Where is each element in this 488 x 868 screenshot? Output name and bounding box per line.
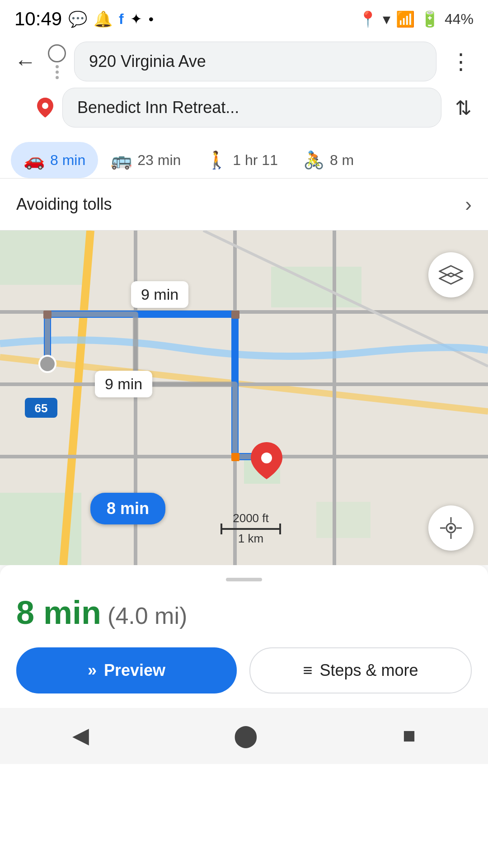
preview-icon: » xyxy=(88,661,97,680)
transport-tabs: 🚗 8 min 🚌 23 min 🚶 1 hr 11 🚴 8 m xyxy=(0,135,488,179)
battery-icon: 🔋 xyxy=(420,10,439,28)
back-button[interactable]: ← xyxy=(11,47,40,76)
drag-handle xyxy=(226,578,262,581)
destination-input[interactable] xyxy=(62,88,441,127)
chat-icon: 💬 xyxy=(68,10,87,28)
transit-label: 23 min xyxy=(137,152,181,169)
drive-icon: 🚗 xyxy=(23,150,45,170)
walk-icon: 🚶 xyxy=(206,150,227,170)
steps-label: Steps & more xyxy=(319,661,418,680)
map-view[interactable]: 65 2000 ft 1 km 9 min 9 min xyxy=(0,231,488,565)
duration-minutes: 8 min xyxy=(16,594,101,631)
chevron-right-icon: › xyxy=(465,193,472,216)
search-area: ← ⋮ ⇅ xyxy=(0,34,488,135)
transit-icon: 🚌 xyxy=(111,150,132,170)
tab-transit[interactable]: 🚌 23 min xyxy=(98,142,193,178)
svg-rect-2 xyxy=(0,231,90,285)
swap-directions-button[interactable]: ⇅ xyxy=(450,94,477,121)
drive-label: 8 min xyxy=(50,152,85,169)
origin-dot-icon xyxy=(48,44,66,62)
bike-label: 8 m xyxy=(330,152,354,169)
nav-home-button[interactable]: ⬤ xyxy=(219,719,272,751)
tab-drive[interactable]: 🚗 8 min xyxy=(11,142,98,178)
svg-text:1 km: 1 km xyxy=(238,532,263,545)
more-options-button[interactable]: ⋮ xyxy=(445,47,477,76)
route-label-selected[interactable]: 8 min xyxy=(90,493,165,524)
wifi-icon: ▾ xyxy=(383,10,390,28)
navigation-bar: ◀ ⬤ ■ xyxy=(0,708,488,764)
svg-text:2000 ft: 2000 ft xyxy=(233,511,269,525)
steps-more-button[interactable]: ≡ Steps & more xyxy=(249,647,472,693)
avoiding-tolls-label: Avoiding tolls xyxy=(16,195,112,214)
preview-button[interactable]: » Preview xyxy=(16,647,237,693)
star-icon: ✦ xyxy=(130,10,142,28)
status-time: 10:49 xyxy=(14,8,62,30)
svg-point-19 xyxy=(261,453,272,463)
nav-back-button[interactable]: ◀ xyxy=(58,719,103,751)
destination-pin-icon xyxy=(36,98,54,118)
tab-bike[interactable]: 🚴 8 m xyxy=(291,142,366,178)
origin-input[interactable] xyxy=(74,42,436,81)
svg-rect-22 xyxy=(231,453,239,461)
destination-row: ⇅ xyxy=(11,88,477,127)
walk-label: 1 hr 11 xyxy=(233,152,278,169)
map-layers-button[interactable] xyxy=(428,252,474,297)
svg-rect-21 xyxy=(231,311,239,319)
action-buttons: » Preview ≡ Steps & more xyxy=(16,647,472,693)
location-icon: 📍 xyxy=(358,10,377,28)
svg-rect-20 xyxy=(43,311,52,319)
battery-percent: 44% xyxy=(445,11,474,28)
svg-rect-6 xyxy=(316,502,371,538)
duration-distance: (4.0 mi) xyxy=(108,602,187,629)
svg-marker-28 xyxy=(440,266,462,277)
route-label-alt1[interactable]: 9 min xyxy=(131,281,188,308)
sound-icon: 🔔 xyxy=(94,10,113,28)
dot-icon: • xyxy=(149,11,154,28)
signal-icon: 📶 xyxy=(396,10,415,28)
svg-point-18 xyxy=(39,356,56,372)
preview-label: Preview xyxy=(104,661,165,680)
svg-marker-29 xyxy=(440,273,462,284)
status-bar: 10:49 💬 🔔 f ✦ • 📍 ▾ 📶 🔋 44% xyxy=(0,0,488,34)
duration-row: 8 min (4.0 mi) xyxy=(16,594,472,631)
svg-point-31 xyxy=(449,526,453,530)
tab-walk[interactable]: 🚶 1 hr 11 xyxy=(193,142,291,178)
avoiding-tolls-row[interactable]: Avoiding tolls › xyxy=(0,179,488,231)
my-location-button[interactable] xyxy=(428,505,474,551)
svg-text:65: 65 xyxy=(35,401,48,415)
svg-point-0 xyxy=(42,103,48,109)
nav-recents-button[interactable]: ■ xyxy=(388,719,430,751)
bottom-panel: 8 min (4.0 mi) » Preview ≡ Steps & more xyxy=(0,565,488,708)
search-inputs xyxy=(74,42,436,81)
route-label-alt2[interactable]: 9 min xyxy=(95,371,152,397)
bike-icon: 🚴 xyxy=(303,150,324,170)
svg-rect-3 xyxy=(271,267,361,307)
steps-icon: ≡ xyxy=(303,661,312,680)
origin-row: ← ⋮ xyxy=(11,42,477,81)
facebook-icon: f xyxy=(119,11,124,28)
